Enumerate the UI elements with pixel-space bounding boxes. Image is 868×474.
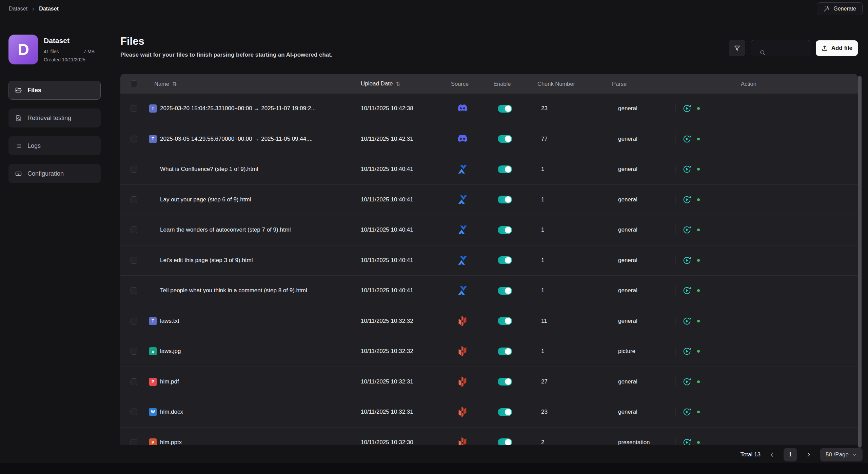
action-divider: [675, 165, 675, 174]
parse-run-icon[interactable]: [682, 164, 692, 174]
parse-run-icon[interactable]: [682, 407, 692, 417]
scrollbar-thumb[interactable]: [858, 76, 862, 448]
next-page-button[interactable]: [804, 450, 813, 459]
file-name[interactable]: hlm.docx: [160, 409, 183, 415]
file-name[interactable]: Learn the wonders of autoconvert (step 7…: [160, 226, 291, 233]
parse-run-icon[interactable]: [682, 104, 692, 113]
parse-run-icon[interactable]: [682, 377, 692, 387]
file-name[interactable]: What is Confluence? (step 1 of 9).html: [160, 166, 258, 173]
enable-toggle[interactable]: [498, 256, 512, 264]
file-name[interactable]: laws.jpg: [160, 348, 181, 355]
row-checkbox[interactable]: [131, 105, 137, 112]
confluence-icon: [456, 254, 469, 266]
file-name[interactable]: hlm.pdf: [160, 378, 179, 385]
search-input[interactable]: [751, 40, 810, 56]
table-row[interactable]: T laws.txt 10/11/2025 10:32:32 11 genera…: [120, 306, 858, 337]
file-name[interactable]: Tell people what you think in a comment …: [160, 287, 307, 294]
file-name[interactable]: 2025-03-05 14:29:56.670000+00:00 → 2025-…: [160, 136, 313, 142]
action-divider: [675, 195, 675, 204]
row-checkbox[interactable]: [131, 439, 137, 445]
file-name[interactable]: 2025-03-20 15:04:25.331000+00:00 → 2025-…: [160, 105, 316, 112]
table-row[interactable]: What is Confluence? (step 1 of 9).html 1…: [120, 154, 858, 185]
row-checkbox[interactable]: [131, 287, 137, 294]
row-checkbox[interactable]: [131, 226, 137, 233]
table-row[interactable]: P hlm.pdf 10/11/2025 10:32:31 27 general: [120, 367, 858, 397]
table-header: Name ⇅ Upload Date ⇅ Source Enable Chunk…: [120, 74, 858, 94]
sidebar-item-retrieval-testing[interactable]: Retrieval testing: [8, 108, 101, 127]
parse-method: general: [612, 257, 670, 264]
parse-run-icon[interactable]: [682, 195, 692, 204]
enable-toggle[interactable]: [498, 196, 512, 203]
parse-run-icon[interactable]: [682, 438, 692, 445]
file-name[interactable]: laws.txt: [160, 318, 179, 324]
enable-toggle[interactable]: [498, 348, 512, 355]
parse-run-icon[interactable]: [682, 225, 692, 235]
enable-toggle[interactable]: [498, 438, 512, 445]
row-checkbox[interactable]: [131, 196, 137, 203]
enable-toggle[interactable]: [498, 135, 512, 143]
chevron-down-icon: [852, 452, 857, 457]
page-size-select[interactable]: 50 /Page: [820, 448, 863, 461]
select-all-checkbox[interactable]: [131, 80, 137, 87]
column-header-upload-date[interactable]: Upload Date: [361, 80, 393, 87]
file-type-icon: W: [149, 408, 157, 416]
enable-toggle[interactable]: [498, 165, 512, 173]
table-row[interactable]: Lay out your page (step 6 of 9).html 10/…: [120, 185, 858, 215]
table-row[interactable]: Learn the wonders of autoconvert (step 7…: [120, 215, 858, 245]
parse-run-icon[interactable]: [682, 286, 692, 295]
file-type-icon: ▲: [149, 347, 157, 355]
parse-method: general: [612, 136, 670, 142]
row-checkbox[interactable]: [131, 318, 137, 324]
enable-toggle[interactable]: [498, 105, 512, 113]
enable-toggle[interactable]: [498, 287, 512, 295]
breadcrumb-dataset-root[interactable]: Dataset: [9, 6, 27, 12]
parse-method: general: [612, 287, 670, 294]
row-checkbox[interactable]: [131, 166, 137, 173]
filter-button[interactable]: [729, 40, 745, 56]
dataset-created-date: Created 10/11/2025: [44, 57, 101, 62]
table-row[interactable]: T 2025-03-20 15:04:25.331000+00:00 → 202…: [120, 94, 858, 124]
generate-button[interactable]: Generate: [817, 2, 863, 15]
page-number-button[interactable]: 1: [784, 448, 797, 461]
column-header-name[interactable]: Name: [154, 81, 169, 87]
parse-method: general: [612, 409, 670, 415]
file-name[interactable]: Let's edit this page (step 3 of 9).html: [160, 257, 253, 264]
table-scrollbar[interactable]: [858, 76, 862, 448]
file-name[interactable]: Lay out your page (step 6 of 9).html: [160, 196, 251, 203]
parse-run-icon[interactable]: [682, 347, 692, 356]
enable-toggle[interactable]: [498, 408, 512, 416]
file-name[interactable]: hlm.pptx: [160, 439, 182, 445]
table-row[interactable]: ▲ laws.jpg 10/11/2025 10:32:32 1 picture: [120, 336, 858, 367]
row-checkbox[interactable]: [131, 257, 137, 264]
enable-toggle[interactable]: [498, 378, 512, 386]
chunk-number: 1: [537, 348, 612, 355]
upload-date: 10/11/2025 10:32:32: [359, 348, 451, 355]
files-table: Name ⇅ Upload Date ⇅ Source Enable Chunk…: [120, 74, 858, 445]
parse-run-icon[interactable]: [682, 316, 692, 326]
dataset-avatar: D: [8, 35, 38, 64]
row-checkbox[interactable]: [131, 136, 137, 142]
sidebar-item-configuration[interactable]: Configuration: [8, 164, 101, 183]
parse-run-icon[interactable]: [682, 134, 692, 144]
table-row[interactable]: Let's edit this page (step 3 of 9).html …: [120, 245, 858, 276]
row-checkbox[interactable]: [131, 348, 137, 355]
sidebar-item-files[interactable]: Files: [8, 81, 101, 100]
table-row[interactable]: P hlm.pptx 10/11/2025 10:32:30 2 present…: [120, 428, 858, 445]
sort-icon[interactable]: ⇅: [172, 81, 177, 87]
enable-toggle[interactable]: [498, 226, 512, 234]
enable-toggle[interactable]: [498, 317, 512, 325]
table-row[interactable]: T 2025-03-05 14:29:56.670000+00:00 → 202…: [120, 124, 858, 155]
row-checkbox[interactable]: [131, 409, 137, 415]
chunk-number: 1: [537, 226, 612, 233]
action-divider: [675, 286, 675, 295]
table-row[interactable]: W hlm.docx 10/11/2025 10:32:31 23 genera…: [120, 397, 858, 428]
table-row[interactable]: Tell people what you think in a comment …: [120, 276, 858, 306]
chunk-number: 1: [537, 287, 612, 294]
parse-run-icon[interactable]: [682, 256, 692, 265]
chunk-number: 27: [537, 378, 612, 385]
sidebar-item-logs[interactable]: Logs: [8, 136, 101, 155]
row-checkbox[interactable]: [131, 378, 137, 385]
sort-icon[interactable]: ⇅: [396, 81, 400, 87]
previous-page-button[interactable]: [767, 450, 777, 459]
add-file-button[interactable]: Add file: [816, 40, 858, 56]
